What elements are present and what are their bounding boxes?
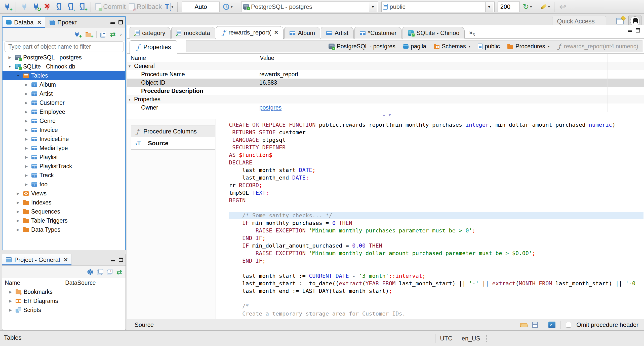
chevron-collapsed-icon[interactable]: ▶ bbox=[15, 200, 21, 204]
tree-item-table-triggers[interactable]: ▶Table Triggers bbox=[3, 216, 125, 225]
breadcrumb-public[interactable]: public bbox=[478, 43, 500, 50]
drag-handle[interactable] bbox=[486, 335, 487, 342]
editor-tab-mockdata[interactable]: mockdata bbox=[171, 27, 215, 39]
tree-item-invoice[interactable]: ▶Invoice bbox=[3, 125, 125, 134]
column-datasource[interactable]: DataSource bbox=[65, 280, 96, 286]
minimize-icon[interactable] bbox=[110, 22, 115, 24]
commit-mode-select[interactable]: Auto bbox=[182, 2, 220, 12]
disconnect-icon[interactable]: ✕ bbox=[43, 2, 52, 12]
column-value[interactable]: Value bbox=[260, 55, 274, 61]
tree-item-artist[interactable]: ▶Artist bbox=[3, 89, 125, 98]
transaction-log-icon[interactable]: ▾ bbox=[223, 2, 233, 12]
save-to-file-icon[interactable] bbox=[532, 322, 538, 328]
chevron-collapsed-icon[interactable]: ▶ bbox=[8, 308, 13, 312]
column-name[interactable]: Name bbox=[131, 55, 146, 61]
tree-item-sqlite-chinook-db[interactable]: ▼SQLite - Chinook.db bbox=[3, 62, 125, 71]
omit-procedure-header-checkbox[interactable] bbox=[566, 322, 571, 328]
tree-item-playlisttrack[interactable]: ▶PlaylistTrack bbox=[3, 162, 125, 171]
commit-button[interactable]: Commit bbox=[95, 2, 126, 12]
link-with-editor-icon[interactable]: ⇄ bbox=[116, 269, 122, 275]
editor-tab-artist[interactable]: Artist bbox=[321, 27, 354, 39]
chevron-collapsed-icon[interactable]: ▶ bbox=[15, 210, 21, 214]
tree-item-foo[interactable]: ▶foo bbox=[3, 180, 125, 189]
connection-dropdown-button[interactable]: ▼ bbox=[369, 2, 377, 12]
tab-procedure-columns[interactable]: Procedure Columns bbox=[131, 125, 215, 137]
chevron-collapsed-icon[interactable]: ▶ bbox=[24, 83, 29, 87]
tree-item-genre[interactable]: ▶Genre bbox=[3, 116, 125, 125]
minimize-icon[interactable] bbox=[628, 30, 632, 32]
open-sql-script-icon[interactable]: → bbox=[66, 2, 75, 12]
tree-item-album[interactable]: ▶Album bbox=[3, 80, 125, 89]
chevron-expanded-icon[interactable]: ▼ bbox=[15, 74, 21, 78]
rollback-button[interactable]: Rollback bbox=[129, 2, 162, 12]
editor-tab-rewards-report[interactable]: rewards_report(✕ bbox=[216, 26, 284, 39]
sash-collapse-controls[interactable]: ▲▼ bbox=[382, 113, 394, 117]
tree-item-sequences[interactable]: ▶Sequences bbox=[3, 207, 125, 216]
group-expanded-icon[interactable]: ▼ bbox=[127, 97, 132, 101]
view-menu-icon[interactable]: ▿ bbox=[119, 32, 122, 37]
minimize-icon[interactable] bbox=[111, 260, 115, 261]
sql-editor-icon[interactable] bbox=[55, 2, 63, 12]
transaction-mode-icon[interactable]: T▾ bbox=[165, 2, 173, 12]
schema-dropdown-button[interactable]: ▼ bbox=[485, 2, 493, 12]
tree-item-postgresql-postgres[interactable]: ▶PostgreSQL - postgres bbox=[3, 53, 125, 62]
mock-data-wand-icon[interactable]: ▾ bbox=[540, 2, 550, 12]
chevron-collapsed-icon[interactable]: ▶ bbox=[15, 191, 21, 195]
editor-tab-customer[interactable]: *Customer bbox=[354, 27, 402, 39]
object-filter-input[interactable] bbox=[5, 41, 124, 52]
link-with-editor-icon[interactable]: ⇄ bbox=[110, 32, 116, 37]
chevron-collapsed-icon[interactable]: ▶ bbox=[24, 92, 29, 96]
property-row-properties[interactable]: ▼Properties bbox=[127, 95, 644, 103]
tab-project-general[interactable]: Project - General ✕ bbox=[2, 254, 72, 265]
chevron-collapsed-icon[interactable]: ▶ bbox=[7, 55, 13, 59]
fetch-size-input[interactable] bbox=[498, 2, 520, 12]
tree-item-mediatype[interactable]: ▶MediaType bbox=[3, 144, 125, 153]
expand-all-icon[interactable] bbox=[107, 269, 112, 275]
tree-item-tables[interactable]: ▼Tables bbox=[3, 71, 125, 80]
tree-item-indexes[interactable]: ▶Indexes bbox=[3, 198, 125, 207]
group-expanded-icon[interactable]: ▼ bbox=[127, 64, 132, 68]
chevron-collapsed-icon[interactable]: ▶ bbox=[24, 128, 29, 132]
connect-icon[interactable] bbox=[20, 2, 29, 12]
breadcrumb-rewards-report-int4-numeric[interactable]: rewards_report(int4,numeric) bbox=[557, 43, 638, 50]
collapse-all-icon[interactable] bbox=[101, 32, 106, 37]
chevron-collapsed-icon[interactable]: ▶ bbox=[24, 164, 29, 168]
chevron-collapsed-icon[interactable]: ▶ bbox=[24, 146, 29, 150]
project-item-er-diagrams[interactable]: ▶ER Diagrams bbox=[2, 296, 126, 305]
maximize-icon[interactable] bbox=[119, 258, 123, 262]
project-item-bookmarks[interactable]: ▶Bookmarks bbox=[2, 287, 126, 296]
schema-select[interactable]: public ▼ bbox=[381, 2, 495, 12]
tree-item-views[interactable]: ▶Views bbox=[3, 189, 125, 198]
chevron-collapsed-icon[interactable]: ▶ bbox=[8, 290, 13, 294]
invalidate-reconnect-icon[interactable]: ↻ bbox=[32, 2, 40, 12]
chevron-collapsed-icon[interactable]: ▶ bbox=[24, 173, 29, 177]
column-name[interactable]: Name bbox=[5, 280, 20, 286]
hidden-tabs-indicator[interactable]: »5 bbox=[469, 29, 475, 37]
refresh-icon[interactable]: ↻▾ bbox=[523, 2, 532, 12]
new-connection-icon[interactable]: + bbox=[3, 2, 12, 12]
property-row-procedure-description[interactable]: Procedure Description bbox=[127, 87, 644, 95]
chevron-collapsed-icon[interactable]: ▶ bbox=[15, 219, 21, 223]
tree-item-playlist[interactable]: ▶Playlist bbox=[3, 153, 125, 162]
chevron-collapsed-icon[interactable]: ▶ bbox=[24, 119, 29, 123]
new-sql-editor-icon[interactable]: + bbox=[78, 2, 87, 12]
breadcrumb-postgresql-postgres[interactable]: PostgreSQL - postgres bbox=[329, 43, 395, 50]
settings-gear-icon[interactable] bbox=[87, 269, 93, 275]
project-item-scripts[interactable]: ▶Scripts bbox=[2, 305, 126, 315]
chevron-down-icon[interactable]: ▾ bbox=[548, 44, 550, 48]
tab-source[interactable]: Source bbox=[131, 137, 215, 150]
maximize-icon[interactable] bbox=[118, 20, 123, 24]
collapse-all-icon[interactable] bbox=[97, 269, 103, 275]
open-perspective-icon[interactable] bbox=[616, 16, 624, 26]
chevron-collapsed-icon[interactable]: ▶ bbox=[24, 182, 29, 186]
tab-properties[interactable]: Properties bbox=[130, 40, 177, 54]
chevron-collapsed-icon[interactable]: ▶ bbox=[15, 228, 21, 232]
close-icon[interactable]: ✕ bbox=[63, 257, 68, 263]
breadcrumb-pagila[interactable]: pagila bbox=[403, 43, 426, 50]
maximize-icon[interactable] bbox=[636, 28, 640, 32]
property-row-object-id[interactable]: Object ID16,583 bbox=[127, 79, 644, 87]
owner-link[interactable]: postgres bbox=[259, 104, 281, 111]
tree-item-invoiceline[interactable]: ▶InvoiceLine bbox=[3, 134, 125, 144]
tab-database-navigator[interactable]: Databa ✕ bbox=[3, 17, 45, 28]
chevron-down-icon[interactable]: ▾ bbox=[469, 44, 470, 48]
